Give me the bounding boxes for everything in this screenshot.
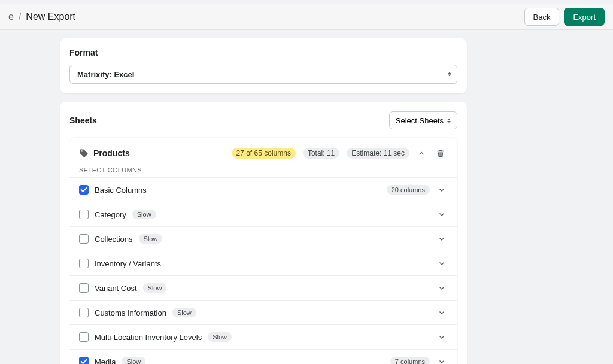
- column-group-row: Basic Columns20 columns: [69, 177, 457, 202]
- column-group-checkbox[interactable]: [79, 357, 89, 364]
- total-badge: Total: 11: [303, 148, 339, 159]
- column-group-row: Variant CostSlow: [69, 275, 457, 300]
- speed-badge: Slow: [172, 308, 196, 317]
- chevron-down-icon[interactable]: [436, 208, 448, 220]
- trash-icon[interactable]: [433, 146, 448, 160]
- column-group-label: Inventory / Variants: [95, 259, 161, 268]
- column-group-row: Multi-Location Inventory LevelsSlow: [69, 324, 457, 349]
- format-select[interactable]: Matrixify: Excel: [69, 65, 457, 84]
- chevron-down-icon[interactable]: [436, 184, 448, 196]
- row-right: [436, 233, 448, 245]
- chevron-down-icon[interactable]: [436, 331, 448, 343]
- column-count-badge: 7 columns: [390, 357, 430, 364]
- chevron-down-icon[interactable]: [436, 307, 448, 318]
- format-select-value: Matrixify: Excel: [69, 65, 457, 84]
- sheets-card-title: Sheets: [69, 116, 97, 125]
- breadcrumb-separator: /: [19, 11, 21, 22]
- column-group-row: MediaSlow7 columns: [69, 349, 457, 364]
- column-group-checkbox[interactable]: [79, 185, 89, 195]
- column-group-label: Multi-Location Inventory Levels: [95, 333, 202, 342]
- column-group-checkbox[interactable]: [79, 259, 89, 268]
- select-columns-heading: Select Columns: [69, 166, 457, 177]
- speed-badge: Slow: [139, 234, 163, 244]
- back-button[interactable]: Back: [524, 8, 560, 26]
- column-group-label: Media: [95, 357, 116, 365]
- column-group-row: CollectionsSlow: [69, 226, 457, 251]
- estimate-badge: Estimate: 11 sec: [347, 148, 409, 159]
- products-sheet-header: Products 27 of 65 columns Total: 11 Esti…: [69, 138, 457, 166]
- speed-badge: Slow: [208, 332, 232, 342]
- select-sheets-label: Select Sheets: [396, 116, 444, 125]
- format-card-title: Format: [69, 48, 457, 57]
- top-bar-actions: Back Export: [524, 8, 605, 26]
- page-content: Format Matrixify: Excel Sheets Select Sh…: [60, 38, 467, 364]
- format-card: Format Matrixify: Excel: [60, 38, 467, 93]
- column-group-label: Customs Information: [95, 308, 166, 317]
- row-right: [436, 307, 448, 318]
- column-group-row: Inventory / Variants: [69, 251, 457, 275]
- updown-icon: [447, 119, 451, 123]
- column-group-checkbox[interactable]: [79, 332, 89, 342]
- column-group-row: CategorySlow: [69, 202, 457, 226]
- page-title: New Export: [26, 11, 75, 22]
- products-sheet: Products 27 of 65 columns Total: 11 Esti…: [69, 138, 457, 364]
- column-group-label: Basic Columns: [95, 186, 147, 195]
- column-count-badge: 20 columns: [387, 185, 430, 195]
- tag-icon: [79, 148, 89, 158]
- collapse-icon[interactable]: [414, 146, 429, 160]
- column-group-checkbox[interactable]: [79, 234, 89, 244]
- breadcrumb-prev-fragment: e: [8, 11, 14, 22]
- row-right: [436, 257, 448, 269]
- chevron-down-icon[interactable]: [436, 257, 448, 269]
- column-group-checkbox[interactable]: [79, 210, 89, 219]
- sheets-card: Sheets Select Sheets Products 27 of 65 c…: [60, 102, 467, 364]
- row-right: 7 columns: [390, 356, 448, 364]
- column-group-label: Variant Cost: [95, 284, 137, 293]
- chevron-down-icon[interactable]: [436, 356, 448, 364]
- chevron-down-icon[interactable]: [436, 282, 448, 294]
- select-sheets-button[interactable]: Select Sheets: [389, 111, 457, 129]
- export-button[interactable]: Export: [564, 8, 605, 26]
- speed-badge: Slow: [122, 357, 145, 364]
- top-bar: e / New Export Back Export: [0, 4, 613, 30]
- products-sheet-title: Products: [93, 148, 130, 158]
- column-group-label: Category: [95, 210, 126, 219]
- row-right: 20 columns: [387, 184, 448, 196]
- column-group-label: Collections: [95, 235, 133, 244]
- chevron-down-icon[interactable]: [436, 233, 448, 245]
- speed-badge: Slow: [143, 283, 167, 293]
- row-right: [436, 331, 448, 343]
- column-group-row: Customs InformationSlow: [69, 300, 457, 324]
- row-right: [436, 208, 448, 220]
- updown-icon: [448, 72, 451, 77]
- speed-badge: Slow: [132, 210, 156, 219]
- breadcrumb: e / New Export: [8, 11, 75, 22]
- columns-count-badge: 27 of 65 columns: [232, 148, 296, 159]
- row-right: [436, 282, 448, 294]
- column-group-checkbox[interactable]: [79, 283, 89, 293]
- column-group-checkbox[interactable]: [79, 308, 89, 317]
